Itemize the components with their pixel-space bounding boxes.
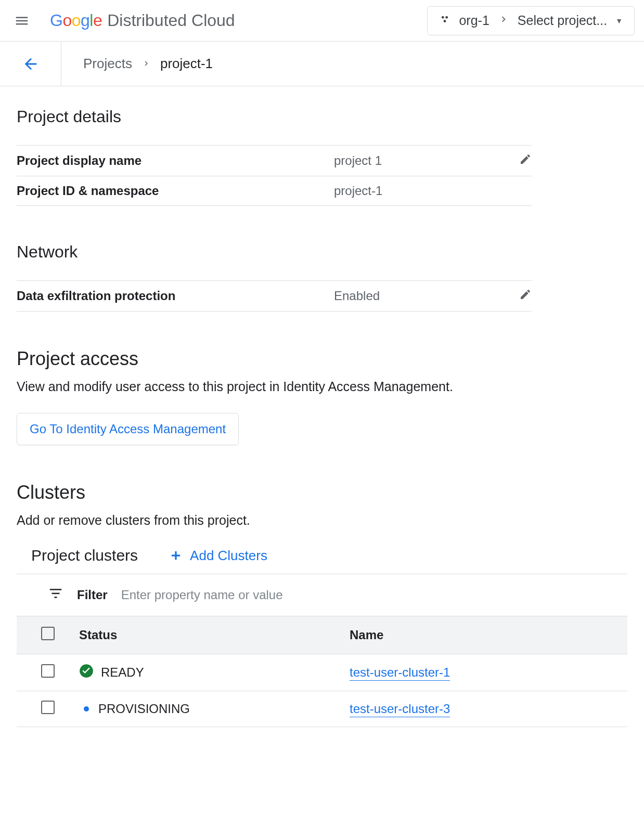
column-status: Status [79, 616, 350, 654]
select-all-checkbox[interactable] [41, 627, 55, 640]
hamburger-menu[interactable] [9, 8, 34, 33]
svg-point-1 [446, 16, 448, 19]
back-button[interactable] [0, 42, 61, 86]
pencil-icon [519, 288, 532, 301]
filter-bar: Filter [17, 574, 627, 616]
column-name: Name [350, 616, 627, 654]
breadcrumb-root[interactable]: Projects [83, 56, 132, 72]
clusters-toolbar: Project clusters Add Clusters [31, 547, 627, 564]
row-checkbox[interactable] [41, 701, 55, 714]
cluster-link[interactable]: test-user-cluster-1 [350, 665, 450, 681]
detail-value: Enabled [334, 281, 500, 312]
filter-icon [48, 586, 63, 604]
edit-button[interactable] [519, 288, 532, 301]
filter-input[interactable] [121, 588, 627, 602]
project-details-table: Project display name project 1 Project I… [17, 145, 532, 206]
clusters-desc: Add or remove clusters from this project… [17, 513, 627, 528]
edit-button[interactable] [519, 153, 532, 165]
clusters-table: Status Name READY test-user-cluster-1 [17, 616, 627, 727]
content: Project details Project display name pro… [0, 86, 644, 748]
project-clusters-heading: Project clusters [31, 547, 138, 564]
breadcrumb-current: project-1 [160, 56, 213, 72]
detail-value: project-1 [334, 176, 500, 206]
table-row: READY test-user-cluster-1 [17, 654, 627, 691]
status-text: PROVISIONING [98, 702, 190, 716]
network-heading: Network [17, 242, 627, 262]
chevron-right-icon [498, 13, 509, 28]
arrow-back-icon [22, 55, 40, 73]
project-details-heading: Project details [17, 107, 627, 126]
svg-point-0 [442, 16, 444, 19]
status-ready-icon [79, 664, 94, 681]
svg-point-2 [444, 20, 446, 22]
detail-row: Project ID & namespace project-1 [17, 176, 532, 206]
clusters-heading: Clusters [17, 482, 627, 503]
button-label: Add Clusters [190, 548, 267, 564]
add-clusters-button[interactable]: Add Clusters [169, 548, 267, 564]
detail-row: Data exfiltration protection Enabled [17, 281, 532, 312]
org-name: org-1 [459, 13, 489, 28]
google-logo: Google [50, 11, 102, 30]
project-placeholder: Select project... [518, 13, 607, 28]
pencil-icon [519, 153, 532, 165]
detail-row: Project display name project 1 [17, 146, 532, 176]
go-to-iam-button[interactable]: Go To Identity Access Management [17, 413, 239, 445]
breadcrumb-bar: Projects project-1 [0, 42, 644, 86]
project-access-desc: View and modify user access to this proj… [17, 379, 627, 394]
breadcrumb: Projects project-1 [61, 56, 213, 72]
detail-label: Project ID & namespace [17, 176, 334, 206]
top-bar: Google Distributed Cloud org-1 Select pr… [0, 0, 644, 42]
detail-value: project 1 [334, 146, 500, 176]
project-access-heading: Project access [17, 348, 627, 370]
status-provisioning-icon [84, 706, 89, 711]
button-label: Go To Identity Access Management [30, 422, 226, 436]
detail-label: Data exfiltration protection [17, 281, 334, 312]
hamburger-icon [14, 13, 30, 29]
row-checkbox[interactable] [41, 664, 55, 678]
detail-label: Project display name [17, 146, 334, 176]
table-row: PROVISIONING test-user-cluster-3 [17, 691, 627, 727]
network-table: Data exfiltration protection Enabled [17, 280, 532, 312]
plus-icon [169, 549, 183, 562]
product-name: Distributed Cloud [107, 11, 235, 30]
status-text: READY [101, 665, 144, 680]
org-icon [439, 13, 450, 28]
logo: Google Distributed Cloud [50, 11, 235, 30]
caret-down-icon: ▼ [615, 17, 623, 25]
filter-label: Filter [77, 588, 108, 602]
project-picker[interactable]: org-1 Select project... ▼ [427, 6, 635, 35]
chevron-right-icon [141, 56, 151, 72]
cluster-link[interactable]: test-user-cluster-3 [350, 702, 450, 717]
